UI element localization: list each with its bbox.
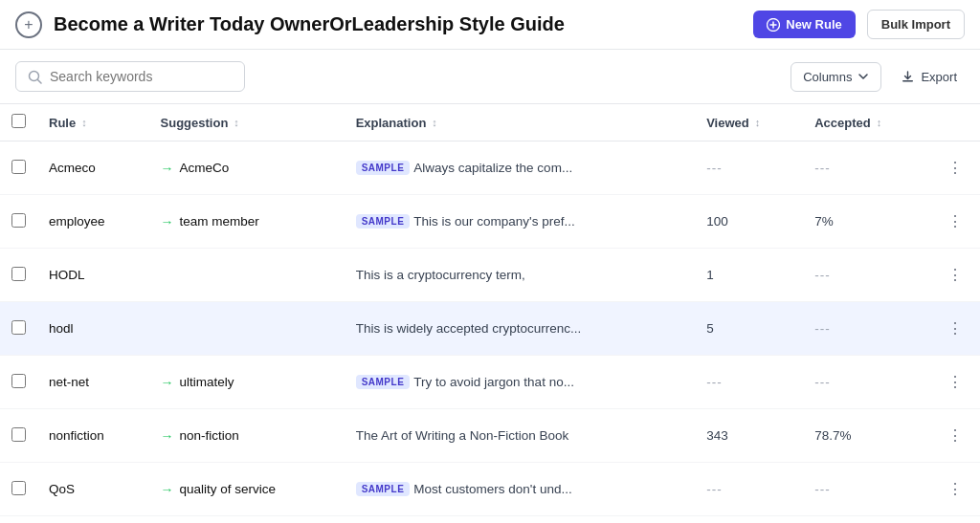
rules-table-wrapper: Rule ↕ Suggestion ↕ Explanation ↕	[0, 104, 980, 516]
rule-name: HODL	[49, 268, 85, 282]
row-actions-button[interactable]: ⋮	[942, 476, 969, 502]
table-row: QoS→quality of serviceSAMPLEMost custome…	[0, 463, 980, 516]
viewed-value: 1	[706, 268, 714, 282]
table-row: Acmeco→AcmeCoSAMPLEAlways capitalize the…	[0, 142, 980, 195]
new-rule-button[interactable]: New Rule	[753, 11, 856, 38]
viewed-value: 343	[706, 428, 728, 443]
table-header-row: Rule ↕ Suggestion ↕ Explanation ↕	[0, 104, 980, 142]
suggestion-cell: →ultimately	[161, 375, 333, 390]
explanation-cell: SAMPLETry to avoid jargon that no...	[356, 375, 684, 389]
suggestion-text: AcmeCo	[180, 161, 230, 175]
bulk-import-button[interactable]: Bulk Import	[867, 10, 965, 39]
arrow-right-icon: →	[161, 482, 174, 497]
explanation-text: Most customers don't und...	[413, 482, 571, 496]
rule-name: hodl	[49, 321, 74, 336]
rule-name: nonfiction	[49, 428, 104, 443]
plus-icon	[767, 18, 780, 32]
header-accepted[interactable]: Accepted ↕	[803, 104, 930, 142]
header-actions	[930, 104, 980, 142]
search-input[interactable]	[50, 69, 233, 84]
table-row: hodlThis is widely accepted cryptocurren…	[0, 302, 980, 356]
table-row: HODLThis is a cryptocurrency term,1---⋮	[0, 249, 980, 302]
arrow-right-icon: →	[161, 214, 174, 229]
rules-table: Rule ↕ Suggestion ↕ Explanation ↕	[0, 104, 980, 516]
header-viewed[interactable]: Viewed ↕	[695, 104, 803, 142]
viewed-value: ---	[706, 161, 723, 175]
page-title: Become a Writer Today OwnerOrLeadership …	[54, 13, 742, 35]
accepted-value: 7%	[814, 214, 834, 229]
row-actions-button[interactable]: ⋮	[942, 262, 969, 288]
accepted-value: ---	[814, 482, 831, 496]
header-rule[interactable]: Rule ↕	[37, 104, 149, 142]
accepted-value: 78.7%	[814, 428, 851, 443]
row-checkbox[interactable]	[11, 320, 26, 335]
rule-name: net-net	[49, 375, 89, 389]
viewed-value: ---	[706, 482, 723, 496]
arrow-right-icon: →	[161, 375, 174, 390]
toolbar: Columns Export	[0, 50, 980, 104]
rule-name: QoS	[49, 482, 75, 496]
accepted-value: ---	[814, 268, 831, 282]
viewed-value: ---	[706, 375, 723, 389]
viewed-value: 100	[706, 214, 728, 229]
table-row: net-net→ultimatelySAMPLETry to avoid jar…	[0, 356, 980, 409]
row-actions-button[interactable]: ⋮	[942, 369, 969, 395]
plus-circle-icon: +	[15, 11, 42, 38]
arrow-right-icon: →	[161, 428, 174, 444]
row-checkbox[interactable]	[11, 267, 26, 281]
sort-icon-viewed: ↕	[755, 117, 761, 128]
row-actions-button[interactable]: ⋮	[942, 316, 969, 341]
explanation-cell: SAMPLEThis is our company's pref...	[356, 214, 684, 229]
row-checkbox[interactable]	[11, 160, 26, 174]
viewed-value: 5	[706, 321, 714, 336]
suggestion-cell: →AcmeCo	[161, 161, 333, 176]
explanation-cell: SAMPLEMost customers don't und...	[356, 482, 684, 496]
suggestion-cell: →non-fiction	[161, 428, 333, 444]
explanation-text: The Art of Writing a Non-Fiction Book	[356, 428, 569, 443]
suggestion-text: ultimately	[180, 375, 234, 389]
select-all-checkbox[interactable]	[11, 114, 26, 128]
download-icon	[901, 70, 915, 84]
arrow-right-icon: →	[161, 161, 174, 176]
sort-icon-explanation: ↕	[432, 117, 437, 128]
suggestion-text: quality of service	[180, 482, 277, 496]
row-checkbox[interactable]	[11, 427, 26, 442]
explanation-text: This is widely accepted cryptocurrenc...	[356, 321, 582, 336]
sample-badge: SAMPLE	[356, 214, 411, 229]
suggestion-text: non-fiction	[180, 428, 239, 443]
sort-icon-accepted: ↕	[877, 117, 882, 128]
search-icon	[28, 70, 42, 84]
row-checkbox[interactable]	[11, 481, 26, 495]
row-checkbox[interactable]	[11, 213, 26, 228]
table-row: employee→team memberSAMPLEThis is our co…	[0, 195, 980, 249]
suggestion-text: team member	[180, 214, 259, 229]
row-checkbox[interactable]	[11, 374, 26, 388]
explanation-text: This is our company's pref...	[413, 214, 574, 229]
row-actions-button[interactable]: ⋮	[942, 208, 969, 234]
svg-line-4	[38, 79, 42, 83]
sample-badge: SAMPLE	[356, 482, 411, 496]
row-actions-button[interactable]: ⋮	[942, 155, 969, 181]
accepted-value: ---	[814, 321, 831, 336]
table-row: nonfiction→non-fictionThe Art of Writing…	[0, 409, 980, 463]
sample-badge: SAMPLE	[356, 375, 411, 389]
svg-rect-5	[902, 80, 913, 82]
explanation-text: Always capitalize the com...	[413, 161, 572, 175]
chevron-down-icon	[858, 71, 869, 82]
app-header: + Become a Writer Today OwnerOrLeadershi…	[0, 0, 980, 50]
sort-icon-suggestion: ↕	[234, 117, 239, 128]
explanation-cell: SAMPLEAlways capitalize the com...	[356, 161, 684, 175]
explanation-text: This is a cryptocurrency term,	[356, 268, 525, 282]
sample-badge: SAMPLE	[356, 161, 411, 175]
sort-icon-rule: ↕	[81, 117, 87, 128]
export-button[interactable]: Export	[893, 63, 965, 91]
columns-button[interactable]: Columns	[791, 62, 881, 92]
header-suggestion[interactable]: Suggestion ↕	[149, 104, 345, 142]
header-checkbox-col	[0, 104, 37, 142]
suggestion-cell: →team member	[161, 214, 333, 229]
search-box	[15, 61, 245, 92]
suggestion-cell: →quality of service	[161, 482, 333, 497]
row-actions-button[interactable]: ⋮	[942, 423, 969, 448]
explanation-text: Try to avoid jargon that no...	[413, 375, 574, 389]
header-explanation[interactable]: Explanation ↕	[345, 104, 696, 142]
